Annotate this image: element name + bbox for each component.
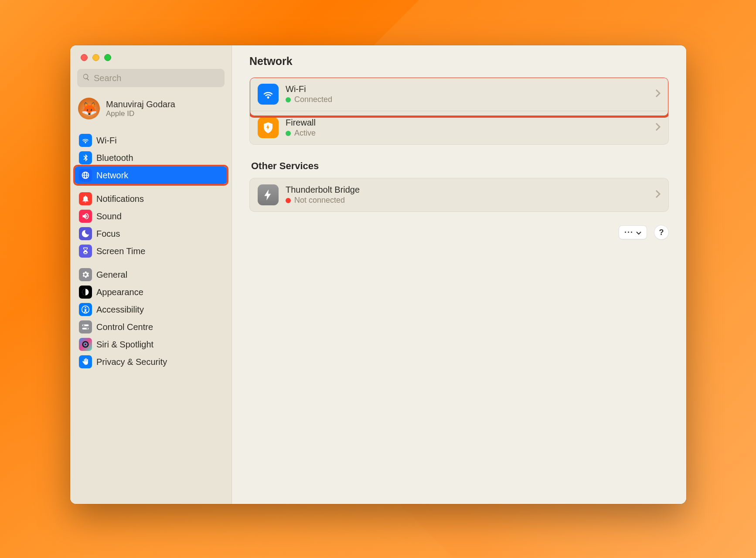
more-menu-button[interactable]: ··· bbox=[619, 225, 647, 239]
other-services-card: Thunderbolt BridgeNot connected bbox=[249, 178, 669, 212]
sidebar-item-bluetooth[interactable]: Bluetooth bbox=[75, 149, 227, 167]
main-pane: Network Wi-FiConnectedFirewallActive Oth… bbox=[232, 45, 686, 504]
row-status: Active bbox=[286, 129, 648, 138]
chevron-right-icon bbox=[655, 122, 661, 133]
search-field[interactable] bbox=[77, 69, 225, 87]
sidebar-item-focus[interactable]: Focus bbox=[75, 225, 227, 242]
status-dot bbox=[286, 198, 291, 203]
account-name: Manuviraj Godara bbox=[106, 99, 175, 109]
firewall-icon bbox=[258, 117, 279, 138]
svg-point-7 bbox=[82, 341, 89, 348]
globe-icon bbox=[79, 169, 92, 182]
status-dot bbox=[286, 97, 291, 102]
sidebar-item-controlcentre[interactable]: Control Centre bbox=[75, 318, 227, 336]
sidebar-item-label: Siri & Spotlight bbox=[96, 340, 153, 350]
sidebar-item-label: Sound bbox=[96, 211, 122, 221]
svg-point-2 bbox=[85, 307, 86, 308]
chevron-right-icon bbox=[655, 89, 661, 99]
close-button[interactable] bbox=[81, 54, 88, 61]
sidebar-item-sound[interactable]: Sound bbox=[75, 208, 227, 225]
status-dot bbox=[286, 131, 291, 136]
sidebar-item-label: Accessibility bbox=[96, 305, 144, 315]
speaker-icon bbox=[79, 210, 92, 223]
search-icon bbox=[82, 73, 94, 83]
row-title: Thunderbolt Bridge bbox=[286, 185, 648, 195]
sidebar-item-appearance[interactable]: Appearance bbox=[75, 283, 227, 301]
bluetooth-icon bbox=[79, 151, 92, 164]
sidebar-item-label: Network bbox=[96, 170, 128, 180]
hourglass-icon bbox=[79, 245, 92, 258]
footer-actions: ··· ? bbox=[249, 225, 669, 240]
chevron-down-icon bbox=[636, 228, 641, 237]
moon-icon bbox=[79, 227, 92, 240]
sidebar-item-wifi[interactable]: Wi-Fi bbox=[75, 132, 227, 149]
appearance-icon bbox=[79, 286, 92, 299]
window-controls bbox=[70, 45, 232, 61]
sidebar-item-label: Screen Time bbox=[96, 246, 145, 256]
help-button[interactable]: ? bbox=[654, 225, 669, 240]
other-services-title: Other Services bbox=[251, 160, 669, 172]
wifi-icon bbox=[258, 84, 279, 105]
sidebar-item-label: Notifications bbox=[96, 194, 144, 204]
system-settings-window: 🦊 Manuviraj Godara Apple ID Wi-FiBluetoo… bbox=[70, 45, 686, 504]
account-sub: Apple ID bbox=[106, 109, 175, 118]
apple-id-account[interactable]: 🦊 Manuviraj Godara Apple ID bbox=[70, 92, 232, 125]
switches-icon bbox=[79, 320, 92, 333]
sidebar-item-label: General bbox=[96, 270, 127, 280]
sidebar-item-screentime[interactable]: Screen Time bbox=[75, 242, 227, 260]
row-title: Firewall bbox=[286, 118, 648, 128]
svg-point-6 bbox=[87, 328, 88, 329]
sidebar-item-siri[interactable]: Siri & Spotlight bbox=[75, 336, 227, 353]
sidebar-item-network[interactable]: Network bbox=[75, 167, 227, 184]
chevron-right-icon bbox=[655, 190, 661, 200]
sidebar-nav: Wi-FiBluetoothNetworkNotificationsSoundF… bbox=[70, 125, 232, 504]
bolt-icon bbox=[258, 184, 279, 205]
network-row-wifi[interactable]: Wi-FiConnected bbox=[250, 78, 668, 111]
sidebar-item-label: Appearance bbox=[96, 287, 143, 297]
primary-services-card: Wi-FiConnectedFirewallActive bbox=[249, 77, 669, 145]
siri-icon bbox=[79, 338, 92, 351]
minimize-button[interactable] bbox=[92, 54, 99, 61]
network-row-tbbridge[interactable]: Thunderbolt BridgeNot connected bbox=[250, 178, 668, 211]
desktop-wallpaper: 🦊 Manuviraj Godara Apple ID Wi-FiBluetoo… bbox=[0, 0, 756, 558]
page-title: Network bbox=[249, 55, 669, 68]
bell-icon bbox=[79, 192, 92, 205]
hand-icon bbox=[79, 355, 92, 368]
row-title: Wi-Fi bbox=[286, 84, 648, 94]
gear-icon bbox=[79, 268, 92, 281]
search-container bbox=[70, 61, 232, 92]
avatar: 🦊 bbox=[78, 98, 100, 119]
sidebar-item-label: Wi-Fi bbox=[96, 136, 117, 146]
sidebar-item-label: Focus bbox=[96, 229, 120, 239]
sidebar-item-notifications[interactable]: Notifications bbox=[75, 190, 227, 208]
network-row-firewall[interactable]: FirewallActive bbox=[250, 111, 668, 144]
sidebar-item-general[interactable]: General bbox=[75, 266, 227, 283]
search-input[interactable] bbox=[94, 73, 219, 83]
row-status: Not connected bbox=[286, 196, 648, 205]
sidebar-item-label: Control Centre bbox=[96, 322, 153, 332]
row-status: Connected bbox=[286, 95, 648, 104]
sidebar-item-label: Privacy & Security bbox=[96, 357, 167, 367]
sidebar-item-accessibility[interactable]: Accessibility bbox=[75, 301, 227, 318]
fullscreen-button[interactable] bbox=[104, 54, 111, 61]
sidebar-item-privacy[interactable]: Privacy & Security bbox=[75, 353, 227, 371]
sidebar: 🦊 Manuviraj Godara Apple ID Wi-FiBluetoo… bbox=[70, 45, 232, 504]
svg-point-4 bbox=[83, 325, 84, 326]
sidebar-item-label: Bluetooth bbox=[96, 153, 133, 163]
wifi-icon bbox=[79, 134, 92, 147]
accessibility-icon bbox=[79, 303, 92, 316]
